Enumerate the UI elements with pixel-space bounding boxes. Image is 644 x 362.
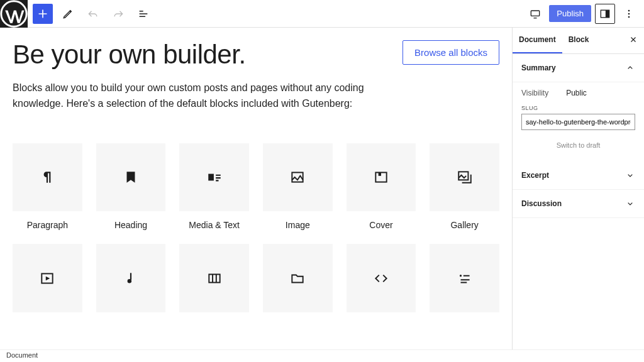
visibility-value[interactable]: Public [566,89,587,97]
more-menu-button[interactable] [619,4,639,24]
svg-point-5 [628,13,630,14]
redo-button[interactable] [108,4,128,24]
undo-button[interactable] [83,4,103,24]
paragraph-icon [39,169,55,185]
block-label: Gallery [450,220,478,230]
tab-block[interactable]: Block [562,28,596,53]
chevron-up-icon [625,63,635,73]
panel-excerpt-header[interactable]: Excerpt [513,162,644,190]
block-item-columns[interactable] [179,244,249,321]
music-note-icon [123,270,139,287]
sidebar-toggle-button[interactable] [595,4,615,24]
block-label: Image [286,220,310,230]
svg-rect-14 [209,274,219,282]
block-item-list[interactable] [430,244,499,321]
svg-rect-10 [379,172,381,175]
folder-icon [289,270,306,287]
panel-title: Summary [521,63,556,72]
block-label: Heading [114,220,147,230]
chevron-down-icon [625,199,635,209]
blocks-grid: Paragraph Heading Media & Text Image Cov… [13,143,499,321]
list-icon [457,270,473,287]
slug-label: SLUG [521,105,635,111]
code-icon [373,270,389,287]
view-button[interactable] [525,4,545,24]
tab-document[interactable]: Document [513,28,562,53]
play-icon [39,270,55,287]
svg-point-15 [460,275,462,277]
editor-canvas: Be your own builder. Browse all blocks B… [0,28,512,349]
document-outline-button[interactable] [133,4,153,24]
columns-icon [206,270,223,287]
svg-rect-3 [606,10,609,18]
block-item-file[interactable] [263,244,333,321]
breadcrumb-text: Document [6,351,38,359]
svg-point-6 [628,16,630,18]
block-item-cover[interactable]: Cover [347,143,416,231]
block-item-video[interactable] [13,244,82,321]
wordpress-logo[interactable] [0,0,28,28]
close-sidebar-button[interactable] [623,28,644,53]
kebab-icon [623,8,635,20]
undo-icon [87,8,99,20]
switch-to-draft-button[interactable]: Switch to draft [521,130,635,153]
toolbar-left [28,4,153,24]
sidebar-icon [599,8,611,20]
block-item-audio[interactable] [96,244,166,321]
top-toolbar: Publish [0,0,644,28]
image-icon [289,169,306,185]
block-label: Paragraph [27,220,68,230]
block-label: Media & Text [189,220,240,230]
edit-mode-button[interactable] [58,4,78,24]
block-item-gallery[interactable]: Gallery [430,143,499,231]
panel-title: Excerpt [521,171,549,180]
chevron-down-icon [625,170,635,180]
browse-blocks-button[interactable]: Browse all blocks [402,40,499,65]
desktop-icon [529,8,541,20]
block-item-media-text[interactable]: Media & Text [179,143,249,231]
block-item-code[interactable] [347,244,416,321]
block-item-paragraph[interactable]: Paragraph [13,143,82,231]
visibility-label: Visibility [521,89,548,97]
panel-summary-body: Visibility Public SLUG Switch to draft [513,82,644,162]
page-title[interactable]: Be your own builder. [13,40,246,69]
block-item-heading[interactable]: Heading [96,143,166,231]
outline-icon [137,8,150,20]
sidebar-tabs: Document Block [513,28,644,54]
svg-rect-1 [531,11,540,16]
panel-summary-header[interactable]: Summary [513,54,644,82]
panel-discussion-header[interactable]: Discussion [513,190,644,218]
settings-sidebar: Document Block Summary Visibility Public… [512,28,644,349]
toolbar-right: Publish [525,4,644,24]
wordpress-icon [0,0,28,28]
svg-rect-7 [208,174,214,181]
media-text-icon [206,169,223,185]
block-label: Cover [369,220,392,230]
pencil-icon [62,8,74,20]
publish-button[interactable]: Publish [549,5,591,22]
intro-paragraph[interactable]: Blocks allow you to build your own custo… [13,80,365,112]
svg-point-4 [628,9,630,11]
close-icon [629,35,638,44]
block-item-image[interactable]: Image [263,143,333,231]
gallery-icon [457,169,473,185]
breadcrumb[interactable]: Document [0,349,644,362]
svg-point-13 [128,279,132,283]
slug-input[interactable] [521,114,635,130]
bookmark-icon [123,169,139,185]
plus-icon [36,8,49,20]
panel-title: Discussion [521,199,562,208]
cover-icon [373,169,389,185]
redo-icon [112,8,125,20]
add-block-button[interactable] [33,4,53,24]
